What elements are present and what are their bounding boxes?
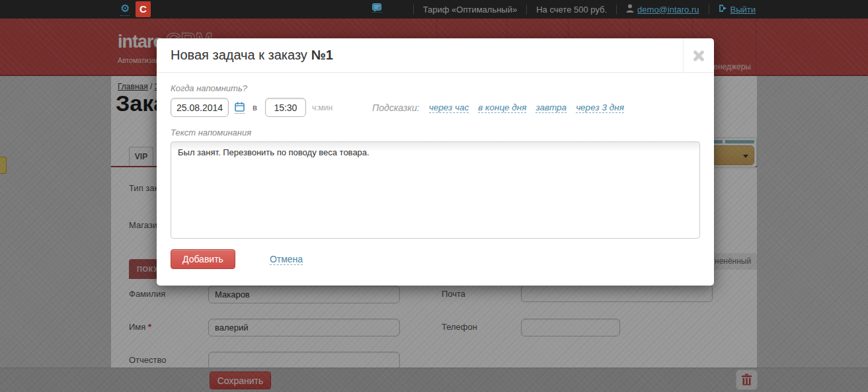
gear-icon[interactable]: ⚙: [120, 2, 130, 16]
reminder-text-label: Текст напоминания: [171, 128, 700, 137]
topbar-divider: [526, 5, 527, 15]
user-icon: [626, 3, 634, 15]
time-format-hint: ч:мин: [312, 103, 333, 112]
topbar-right-group: Тариф «Оптимальный» На счете 500 руб. de…: [413, 0, 756, 19]
topbar: ⚙ C Тариф «Оптимальный» На счете 500 руб…: [0, 0, 868, 19]
modal-header-divider: [683, 38, 684, 73]
app-screen: ⚙ C Тариф «Оптимальный» На счете 500 руб…: [0, 0, 868, 392]
close-icon[interactable]: [691, 48, 707, 63]
when-remind-label: Когда напомнить?: [171, 83, 700, 93]
remind-time-field[interactable]: [265, 98, 306, 117]
when-controls-row: в ч:мин Подсказки: через час в конце дня…: [171, 98, 700, 117]
hint-tomorrow-link[interactable]: завтра: [535, 102, 567, 113]
modal-actions: Добавить Отмена: [171, 249, 700, 269]
hints-label: Подсказки:: [372, 102, 420, 113]
tariff-label: Тариф «Оптимальный»: [423, 5, 518, 15]
topbar-divider: [616, 5, 617, 15]
logout-icon: [719, 3, 727, 15]
quick-hints: Подсказки: через час в конце дня завтра …: [372, 102, 624, 113]
topbar-divider: [709, 5, 709, 15]
new-task-modal: Новая задача к заказу №1 Когда напомнить…: [157, 38, 714, 286]
topbar-divider: [413, 5, 414, 15]
crm-c-logo[interactable]: C: [136, 1, 151, 17]
at-label: в: [253, 102, 257, 112]
remind-date-field[interactable]: [171, 98, 229, 117]
hint-in-3-days-link[interactable]: через 3 дня: [576, 102, 624, 113]
order-number: №1: [311, 48, 333, 62]
cancel-link[interactable]: Отмена: [270, 254, 303, 265]
modal-title: Новая задача к заказу №1: [171, 48, 333, 63]
chat-icon[interactable]: [372, 3, 382, 13]
modal-header: Новая задача к заказу №1: [157, 38, 714, 73]
hint-in-hour-link[interactable]: через час: [429, 102, 469, 113]
modal-body: Когда напомнить? в ч:мин Подсказки: чере…: [157, 73, 714, 269]
hint-end-of-day-link[interactable]: в конце дня: [478, 102, 526, 113]
calendar-icon[interactable]: [235, 102, 245, 114]
add-task-button[interactable]: Добавить: [171, 249, 235, 269]
logout-link[interactable]: Выйти: [730, 5, 756, 15]
logout-group: Выйти: [719, 3, 756, 15]
balance-label: На счете 500 руб.: [536, 5, 607, 15]
user-account: demo@intaro.ru: [626, 3, 699, 15]
user-email-link[interactable]: demo@intaro.ru: [637, 5, 699, 15]
reminder-text-area[interactable]: Был занят. Перезвонить по поводу веса то…: [171, 141, 700, 239]
